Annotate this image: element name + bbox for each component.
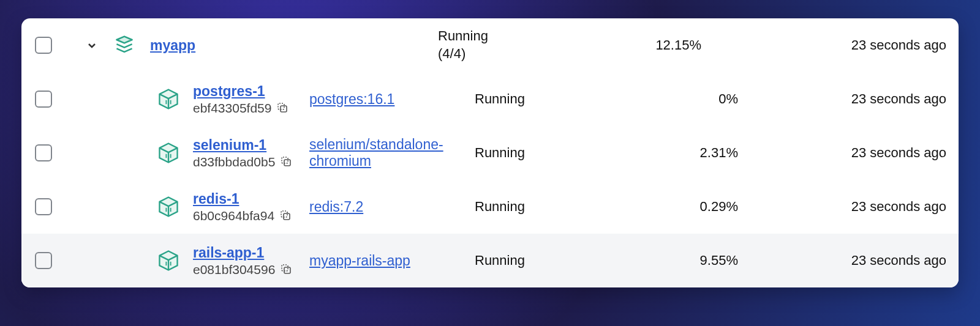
container-icon: [156, 87, 193, 111]
created-time: 23 seconds ago: [738, 253, 952, 269]
container-id: e081bf304596: [193, 262, 275, 277]
copy-icon[interactable]: [280, 263, 293, 276]
cpu-usage: 2.31%: [616, 145, 738, 161]
container-id: d33fbbdad0b5: [193, 155, 275, 169]
container-row[interactable]: postgres-1 ebf43305fd59 postgres:16.1 Ru…: [21, 72, 959, 126]
container-row[interactable]: rails-app-1 e081bf304596 myapp-rails-app…: [21, 234, 959, 287]
container-name-link[interactable]: selenium-1: [193, 137, 293, 154]
status-text: Running: [475, 145, 616, 161]
container-row[interactable]: selenium-1 d33fbbdad0b5 selenium/standal…: [21, 126, 959, 180]
container-icon: [156, 248, 193, 273]
svg-marker-0: [116, 37, 132, 43]
compose-stack-row[interactable]: myapp Running (4/4) 12.15% 23 seconds ag…: [21, 18, 959, 72]
row-checkbox[interactable]: [35, 144, 52, 161]
container-icon: [156, 141, 193, 165]
status-text: Running: [475, 199, 616, 215]
cpu-usage: 0.29%: [616, 199, 738, 215]
row-checkbox[interactable]: [35, 198, 52, 215]
copy-icon[interactable]: [280, 155, 293, 169]
cpu-usage: 0%: [616, 91, 738, 107]
stack-name-link[interactable]: myapp: [150, 37, 195, 54]
image-link[interactable]: myapp-rails-app: [309, 253, 410, 269]
container-icon: [156, 194, 193, 219]
status-line2: (4/4): [438, 45, 488, 63]
row-checkbox[interactable]: [35, 37, 52, 54]
copy-icon[interactable]: [279, 209, 293, 223]
image-link[interactable]: selenium/standalone-chromium: [309, 136, 475, 169]
cpu-usage: 12.15%: [579, 37, 701, 53]
row-checkbox[interactable]: [35, 91, 52, 108]
image-link[interactable]: postgres:16.1: [309, 91, 394, 108]
chevron-down-icon[interactable]: [85, 39, 99, 52]
status-text: Running: [475, 253, 616, 269]
container-name-link[interactable]: rails-app-1: [193, 245, 293, 261]
container-name-link[interactable]: postgres-1: [193, 83, 290, 100]
row-checkbox[interactable]: [35, 252, 52, 269]
container-row[interactable]: redis-1 6b0c964bfa94 redis:7.2 Running 0…: [21, 180, 959, 234]
containers-card: myapp Running (4/4) 12.15% 23 seconds ag…: [21, 18, 959, 287]
created-time: 23 seconds ago: [738, 199, 952, 215]
container-id: ebf43305fd59: [193, 101, 271, 116]
copy-icon[interactable]: [276, 102, 290, 115]
container-name-link[interactable]: redis-1: [193, 191, 293, 207]
status-text: Running (4/4): [438, 28, 488, 62]
container-id: 6b0c964bfa94: [193, 209, 274, 223]
created-time: 23 seconds ago: [738, 145, 952, 161]
status-text: Running: [475, 91, 616, 107]
created-time: 23 seconds ago: [738, 91, 952, 107]
created-time: 23 seconds ago: [701, 37, 952, 53]
status-line1: Running: [438, 28, 488, 45]
cpu-usage: 9.55%: [616, 253, 738, 269]
stack-icon: [113, 34, 150, 56]
image-link[interactable]: redis:7.2: [309, 199, 363, 215]
